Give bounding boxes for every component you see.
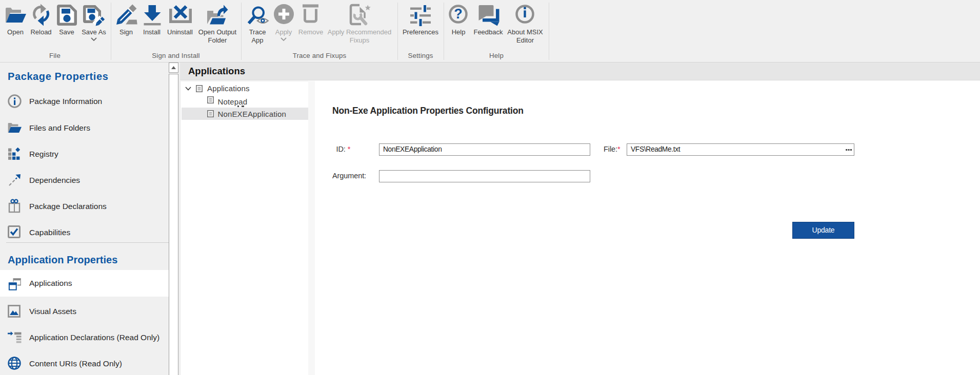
svg-text:?: ? [454,6,463,22]
